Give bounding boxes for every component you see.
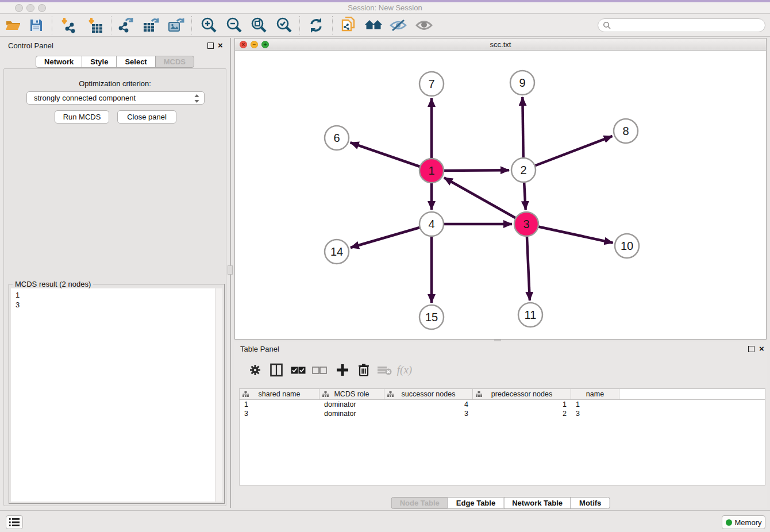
search-field[interactable] [598,18,765,32]
zoom-selected-icon[interactable] [274,16,294,35]
table-panel-float-icon[interactable] [748,346,754,352]
add-column-icon[interactable] [333,361,352,379]
table-cell[interactable]: 2 [473,409,571,418]
result-line: 3 [16,300,20,310]
zoom-fit-icon[interactable] [249,16,268,35]
app-titlebar: Session: New Session [0,2,770,14]
table-cell[interactable]: 1 [571,400,619,409]
tab-node-table[interactable]: Node Table [391,497,448,509]
home-view-icon[interactable] [364,16,383,35]
control-panel-float-icon[interactable] [207,43,214,49]
hide-selected-icon[interactable] [388,16,408,35]
control-panel-title: Control Panel [8,41,53,50]
open-session-icon[interactable] [3,16,23,35]
column-header-successor-nodes[interactable]: successor nodes [384,389,473,399]
table-cell[interactable]: dominator [319,409,384,418]
graph-node-label: 15 [425,311,438,323]
search-input[interactable] [611,20,765,31]
table-cell[interactable]: 1 [240,400,319,409]
network-window-title: scc.txt [235,40,766,49]
memory-button[interactable]: Memory [722,515,765,529]
status-bar: Memory [0,510,770,532]
table-cell[interactable]: dominator [319,400,384,409]
memory-label: Memory [735,518,762,527]
horizontal-splitter-grip[interactable] [494,340,501,341]
select-all-rows-icon[interactable] [289,361,307,379]
delete-table-icon[interactable] [375,361,394,379]
show-all-icon[interactable] [414,16,434,35]
network-canvas[interactable]: 7968124314101511 [235,51,766,339]
delete-column-icon[interactable] [355,361,373,379]
mcds-result-legend: MCDS result (2 nodes) [13,280,93,288]
deselect-all-rows-icon[interactable] [310,361,329,379]
table-cell[interactable]: 3 [384,409,473,418]
column-header-MCDS-role[interactable]: MCDS role [319,389,384,399]
table-panel-tabs: Node TableEdge TableNetwork TableMotifs [391,497,610,509]
mcds-result-area[interactable]: 13 [11,288,222,502]
table-panel-close-icon[interactable]: × [759,344,764,354]
column-header-filler [619,389,765,399]
control-panel-tabs: NetworkStyleSelectMCDS [36,56,194,68]
table-cell[interactable]: 3 [240,409,319,418]
graph-node-label: 9 [519,76,525,89]
list-icon [9,518,20,527]
zoom-in-icon[interactable] [199,16,218,35]
table-cell[interactable]: 3 [571,409,619,418]
tab-motifs[interactable]: Motifs [571,497,610,509]
criterion-dropdown[interactable]: strongly connected component [26,91,205,105]
export-network-icon[interactable] [116,16,136,35]
criterion-value: strongly connected component [34,94,136,102]
fx-label: f(x) [397,364,412,376]
table-cell[interactable]: 1 [473,400,571,409]
dropdown-chevrons-icon [194,94,200,107]
column-manager-icon[interactable] [267,361,286,379]
task-history-button[interactable] [6,515,23,529]
search-icon [603,21,611,29]
network-window-titlebar[interactable]: × − + scc.txt [235,38,766,51]
column-header-name[interactable]: name [571,389,619,399]
result-line: 1 [16,290,20,300]
graph-node-label: 2 [520,164,526,176]
mcds-result-lines: 13 [16,290,20,310]
tab-select[interactable]: Select [116,56,155,68]
export-image-icon[interactable] [167,16,186,35]
close-panel-button[interactable]: Close panel [117,110,176,124]
table-panel-title: Table Panel [240,345,279,353]
tab-network-table[interactable]: Network Table [503,497,571,509]
toolbar-separator [191,16,192,34]
table-panel: Table Panel × f(x) shared nameMCDS roles… [234,342,767,508]
column-header-shared-name[interactable]: shared name [240,389,319,399]
table-toolbar: f(x) [239,358,765,382]
import-network-icon[interactable] [58,16,78,35]
export-table-icon[interactable] [141,16,161,35]
save-session-icon[interactable] [26,16,46,35]
column-header-predecessor-nodes[interactable]: predecessor nodes [473,389,571,399]
tab-mcds[interactable]: MCDS [155,56,194,68]
panel-splitter-grip[interactable] [228,265,233,275]
tab-style[interactable]: Style [82,56,117,68]
import-table-icon[interactable] [85,16,105,35]
table-cell[interactable]: 4 [384,400,473,409]
table-options-icon[interactable] [246,361,264,379]
graph-node-label: 4 [428,218,434,230]
graph-node-label: 11 [525,309,537,321]
run-mcds-button[interactable]: Run MCDS [55,110,109,124]
network-graph: 7968124314101511 [235,51,766,339]
refresh-view-icon[interactable] [306,16,326,35]
graph-edge-3-10[interactable] [526,224,613,243]
graph-edge-1-6[interactable] [351,142,432,171]
table-row[interactable]: 3dominator323 [240,409,765,418]
duplicate-network-icon[interactable] [338,16,358,35]
tab-network[interactable]: Network [36,56,82,68]
graph-edge-3-1[interactable] [444,178,526,224]
result-scrollbar[interactable] [215,288,222,502]
graph-node-label: 14 [330,245,343,258]
tab-edge-table[interactable]: Edge Table [448,497,504,509]
graph-edge-2-8[interactable] [523,136,613,170]
zoom-out-icon[interactable] [224,16,244,35]
apply-function-icon[interactable]: f(x) [395,361,414,379]
toolbar-separator [111,16,111,34]
table-row[interactable]: 1dominator411 [240,400,765,409]
network-view-window: × − + scc.txt 7968124314101511 [234,38,767,340]
control-panel-close-icon[interactable]: × [218,40,223,51]
